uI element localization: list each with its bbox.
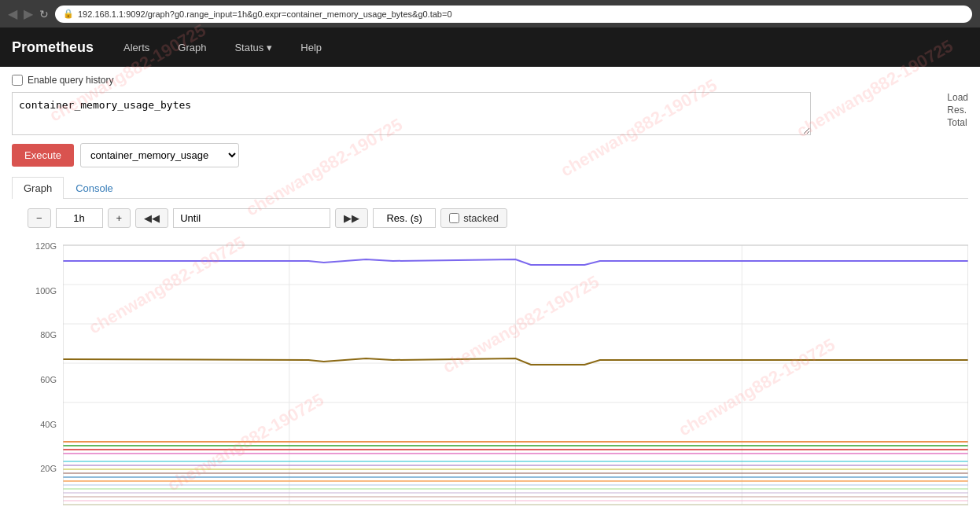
tab-graph[interactable]: Graph [12,177,64,199]
query-history-row: Enable query history [12,75,968,86]
security-icon: 🔒 [63,9,74,19]
query-input[interactable]: container_memory_usage_bytes [12,92,811,135]
metric-select[interactable]: container_memory_usage [81,144,238,167]
chart-plot [63,237,968,512]
navbar: Prometheus Alerts Graph Status ▾ Help [0,28,980,67]
tab-console[interactable]: Console [64,177,125,199]
stacked-checkbox[interactable] [449,213,459,223]
main-content: Enable query history container_memory_us… [0,67,980,520]
duration-input[interactable] [56,208,103,228]
address-text: 192.168.1.1:9092/graph?g0.range_input=1h… [78,9,452,19]
load-label: Load [947,92,968,103]
tabs-row: Graph Console [12,177,968,199]
chart-svg [63,237,968,512]
time-forward-button[interactable]: ▶▶ [335,208,368,228]
duration-minus-button[interactable]: − [28,208,51,228]
chart-container: 120G 100G 80G 60G 40G 20G [12,237,968,512]
nav-graph[interactable]: Graph [171,38,212,57]
execute-button[interactable]: Execute [12,144,74,167]
forward-button[interactable]: ▶ [24,8,33,20]
metric-select-container[interactable]: container_memory_usage [80,143,239,167]
nav-alerts[interactable]: Alerts [117,38,156,57]
y-label-60g: 60G [12,375,63,384]
query-history-label: Enable query history [28,75,113,86]
res-input[interactable] [373,208,436,228]
browser-chrome: ◀ ▶ ↻ 🔒 192.168.1.1:9092/graph?g0.range_… [0,0,980,28]
y-label-20g: 20G [12,464,63,473]
y-label-100g: 100G [12,286,63,296]
stacked-container[interactable]: stacked [440,208,507,228]
y-label-120g: 120G [12,241,63,251]
nav-status[interactable]: Status ▾ [228,38,278,57]
execute-row: Execute container_memory_usage [12,143,968,167]
nav-help[interactable]: Help [294,38,328,57]
until-input[interactable] [173,208,330,228]
duration-plus-button[interactable]: + [108,208,131,228]
y-label-40g: 40G [12,420,63,429]
brand-label[interactable]: Prometheus [12,39,94,56]
query-history-checkbox[interactable] [12,75,23,86]
total-label: Total [947,117,968,128]
address-bar[interactable]: 🔒 192.168.1.1:9092/graph?g0.range_input=… [55,6,972,23]
y-axis: 120G 100G 80G 60G 40G 20G [12,237,63,512]
stacked-label: stacked [463,212,499,224]
time-back-button[interactable]: ◀◀ [135,208,168,228]
back-button[interactable]: ◀ [8,8,17,20]
controls-row: − + ◀◀ ▶▶ stacked [28,208,968,228]
right-panel: Load Res. Total [947,92,968,128]
reload-button[interactable]: ↻ [39,8,49,20]
y-label-80g: 80G [12,330,63,340]
query-input-container: container_memory_usage_bytes Load Res. T… [12,92,968,135]
res-label: Res. [947,105,968,116]
